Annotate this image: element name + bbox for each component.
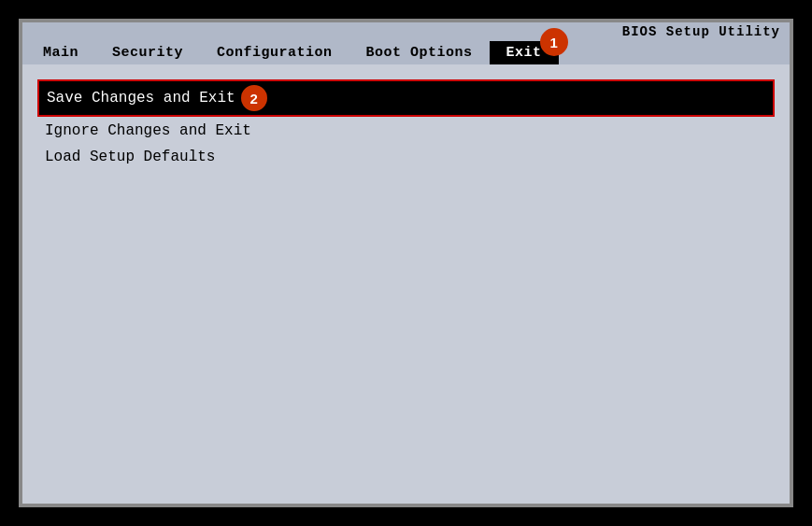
ignore-changes-exit-label: Ignore Changes and Exit xyxy=(45,122,251,139)
annotation-2: 2 xyxy=(241,85,267,111)
menu-configuration[interactable]: Configuration xyxy=(200,41,349,64)
exit-menu-list: Save Changes and Exit 2 Ignore Changes a… xyxy=(37,79,775,169)
menu-bar: Main Security Configuration Boot Options… xyxy=(22,41,790,64)
menu-security[interactable]: Security xyxy=(95,41,200,64)
title-bar: BIOS Setup Utility xyxy=(22,22,790,41)
load-setup-defaults-item[interactable]: Load Setup Defaults xyxy=(37,145,775,169)
app-title: BIOS Setup Utility xyxy=(622,24,780,39)
bios-screen: BIOS Setup Utility Main Security Configu… xyxy=(19,19,793,507)
annotation-1: 1 xyxy=(540,28,568,56)
save-changes-exit-item[interactable]: Save Changes and Exit 2 xyxy=(37,79,775,117)
load-setup-defaults-label: Load Setup Defaults xyxy=(45,149,215,165)
menu-boot-options[interactable]: Boot Options xyxy=(349,41,490,64)
menu-exit-wrapper: Exit 1 xyxy=(490,41,559,64)
content-area: Save Changes and Exit 2 Ignore Changes a… xyxy=(22,64,790,504)
save-changes-exit-label: Save Changes and Exit xyxy=(47,90,235,107)
ignore-changes-exit-item[interactable]: Ignore Changes and Exit xyxy=(37,119,775,143)
menu-main[interactable]: Main xyxy=(26,41,95,64)
